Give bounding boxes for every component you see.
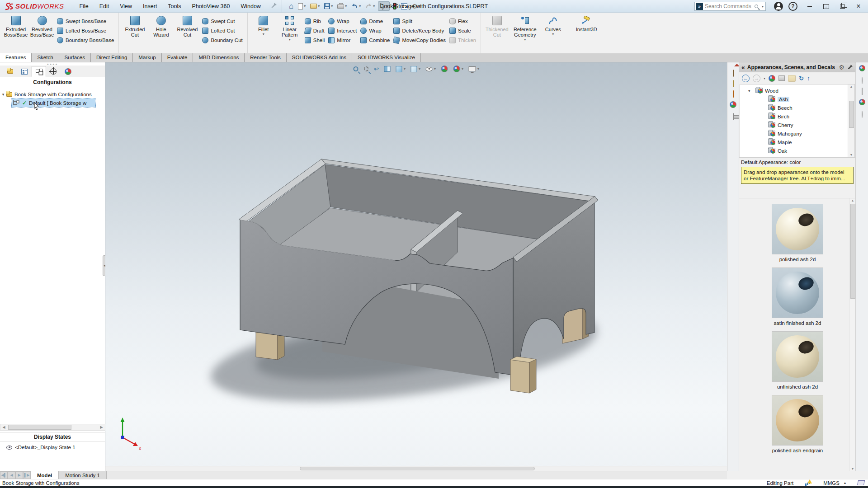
view-orientation-button[interactable]: ▾ — [394, 65, 407, 74]
minimize-button[interactable] — [803, 1, 816, 12]
edit-appearance-pane-icon[interactable] — [769, 75, 775, 82]
delete-keep-body-button[interactable]: Delete/Keep Body — [393, 26, 446, 35]
configurationmanager-tab[interactable] — [32, 66, 46, 77]
tab-evaluate[interactable]: Evaluate — [162, 53, 193, 62]
zoom-to-fit-button[interactable] — [351, 65, 360, 73]
tree-row-oak[interactable]: Oak — [740, 146, 854, 155]
menu-edit[interactable]: Edit — [94, 1, 115, 12]
refresh-icon[interactable]: ↻ — [799, 75, 804, 82]
thicken-button[interactable]: Thicken — [449, 35, 476, 45]
reference-geometry-button[interactable]: ReferenceGeometry ▾ — [510, 14, 540, 53]
left-panel-hscrollbar[interactable]: ◀ ▶ — [0, 424, 105, 431]
copy-appearance-strip-button[interactable] — [862, 77, 863, 84]
boundary-cut-button[interactable]: Boundary Cut — [202, 35, 242, 45]
tree-row-root[interactable]: ▾ Book Storage with Configurations — [0, 90, 105, 99]
thickened-cut-button[interactable]: ThickenedCut — [484, 14, 510, 53]
tree-row-ash[interactable]: Ash — [740, 95, 854, 103]
open-button[interactable]: ▾ — [309, 3, 321, 9]
scroll-right-icon[interactable]: ▶ — [98, 425, 105, 429]
menu-window[interactable]: Window — [235, 1, 266, 12]
model-leg-front-right[interactable] — [510, 357, 536, 393]
extruded-cut-button[interactable]: ExtrudedCut — [122, 14, 148, 53]
custom-properties-tab[interactable] — [733, 113, 734, 120]
tree-row-birch[interactable]: Birch — [740, 112, 854, 121]
shell-button[interactable]: Shell — [305, 35, 325, 45]
tab-direct-editing[interactable]: Direct Editing — [91, 53, 133, 62]
tree-row-maple[interactable]: Maple — [740, 138, 854, 146]
curves-dropdown-icon[interactable]: ▾ — [552, 32, 554, 38]
add-library-icon[interactable] — [778, 75, 785, 81]
revolved-boss-base-button[interactable]: RevolvedBoss/Base — [29, 14, 55, 53]
linear-pattern-dropdown-icon[interactable]: ▾ — [289, 38, 291, 43]
lofted-boss-base-button[interactable]: Lofted Boss/Base — [57, 26, 114, 35]
open-library-icon[interactable] — [788, 75, 796, 82]
display-state-item[interactable]: <Default>_Display State 1 — [0, 443, 105, 452]
tree-row-mahogany[interactable]: Mahogany — [740, 129, 854, 138]
thumbnails-vscrollbar[interactable]: ▲ ▼ — [849, 198, 856, 471]
displaymanager-tab[interactable] — [61, 66, 75, 77]
intersect-button[interactable]: Intersect — [328, 26, 357, 35]
tab-markup[interactable]: Markup — [133, 53, 161, 62]
viewport-hscrollbar[interactable] — [105, 466, 727, 471]
menu-view[interactable]: View — [114, 1, 137, 12]
dome-button[interactable]: Dome — [360, 16, 390, 26]
next-tab-button[interactable]: ▶ — [15, 471, 23, 479]
view-settings-button[interactable]: ▾ — [467, 65, 481, 73]
tree-row-beech[interactable]: Beech — [740, 103, 854, 112]
tag-icon[interactable] — [857, 480, 865, 485]
pin-pane-icon[interactable] — [847, 64, 853, 70]
split-button[interactable]: Split — [393, 16, 446, 26]
tree-row-wood[interactable]: ▾ Wood — [740, 86, 854, 95]
wrap2-button[interactable]: Wrap — [360, 26, 390, 35]
new-document-button[interactable]: ▾ — [297, 2, 307, 10]
tab-solidworks-addins[interactable]: SOLIDWORKS Add-Ins — [287, 53, 352, 62]
restore-button[interactable] — [835, 1, 849, 12]
collapse-pane-icon[interactable]: « — [741, 64, 745, 71]
menu-tools[interactable]: Tools — [162, 1, 186, 12]
tab-sketch[interactable]: Sketch — [32, 53, 59, 62]
up-one-level-icon[interactable]: ↑ — [807, 75, 810, 82]
flex-button[interactable]: Flex — [449, 16, 476, 26]
tab-mbd-dimensions[interactable]: MBD Dimensions — [193, 53, 245, 62]
edit-appearance-button[interactable] — [439, 64, 450, 74]
tree-row-cherry[interactable]: Cherry — [740, 121, 854, 129]
dimxpertmanager-tab[interactable] — [46, 66, 61, 77]
panel-grip[interactable]: ●●●● — [0, 62, 105, 66]
tree-row-default-config[interactable]: ✓ Default [ Book Storage w — [12, 99, 95, 107]
file-explorer-tab[interactable] — [733, 80, 734, 87]
hole-wizard-button[interactable]: HoleWizard — [148, 14, 174, 53]
edit-appearance-strip-button[interactable] — [859, 65, 865, 73]
thumbnail-unfinished-ash-2d[interactable]: unfinished ash 2d — [746, 331, 849, 389]
instant3d-button[interactable]: Instant3D — [572, 14, 601, 53]
combine-button[interactable]: Combine — [360, 35, 390, 45]
lofted-cut-button[interactable]: Lofted Cut — [202, 26, 242, 35]
help-icon[interactable]: ? — [788, 2, 797, 11]
menu-insert[interactable]: Insert — [137, 1, 162, 12]
search-dropdown-icon[interactable]: ▾ — [762, 5, 764, 9]
tab-render-tools[interactable]: Render Tools — [245, 53, 287, 62]
account-icon[interactable] — [774, 2, 783, 11]
model-3d-view[interactable]: x — [105, 62, 727, 471]
last-tab-button[interactable]: ▌▶ — [23, 471, 31, 479]
rib-button[interactable]: Rib — [305, 16, 325, 26]
thumbnail-polished-ash-2d[interactable]: polished ash 2d — [746, 204, 849, 262]
paste-appearance-strip-button[interactable] — [862, 88, 863, 94]
featuremanager-tab[interactable] — [3, 66, 17, 77]
rebuild-status-icon[interactable] — [805, 480, 811, 486]
swept-boss-base-button[interactable]: Swept Boss/Base — [57, 16, 114, 26]
tab-features[interactable]: Features — [0, 53, 32, 62]
search-input[interactable]: Search Commands — [705, 3, 755, 9]
unit-system-selector[interactable]: MMGS▴ — [823, 480, 846, 486]
view-palette-tab[interactable] — [733, 91, 734, 97]
previous-view-button[interactable]: ↩ — [372, 64, 381, 74]
expand-button[interactable]: ↔ — [819, 1, 833, 12]
tab-motion-study-1[interactable]: Motion Study 1 — [59, 471, 107, 479]
redo-button[interactable]: ▾ — [364, 2, 376, 10]
display-style-button[interactable]: ▾ — [409, 65, 422, 74]
home-button[interactable]: ⌂ — [288, 1, 295, 12]
boundary-boss-base-button[interactable]: Boundary Boss/Base — [57, 35, 114, 45]
thumbnail-polished-ash-endgrain[interactable]: polished ash endgrain — [746, 395, 849, 453]
linear-pattern-button[interactable]: LinearPattern ▾ — [277, 14, 303, 53]
extruded-boss-base-button[interactable]: ExtrudedBoss/Base — [3, 14, 29, 53]
scale-button[interactable]: Scale — [449, 26, 476, 35]
